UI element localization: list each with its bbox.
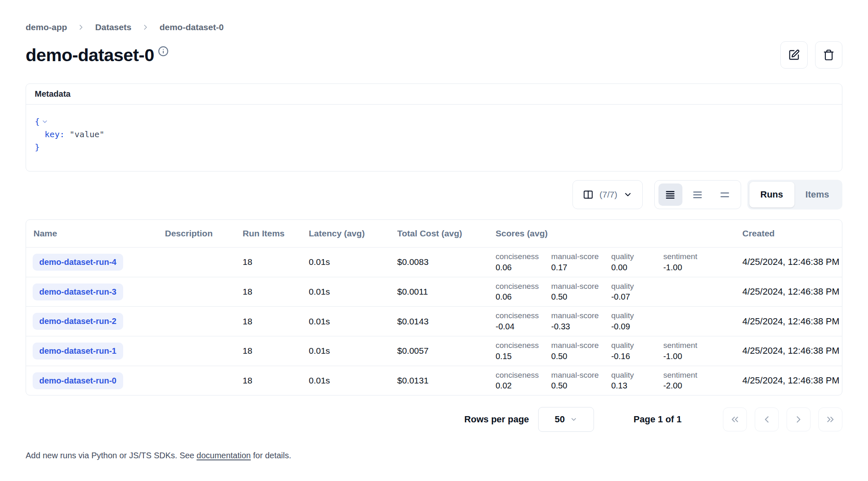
runs-table: Name Description Run Items Latency (avg)…: [26, 220, 842, 395]
score-label: conciseness: [496, 281, 539, 292]
description-cell: [159, 248, 237, 277]
json-close-brace: }: [35, 141, 40, 154]
breadcrumb-item-datasets[interactable]: Datasets: [95, 22, 131, 32]
total-cost-cell: $0.0083: [391, 248, 490, 277]
pagination-bar: Rows per page 50 Page 1 of 1: [26, 407, 842, 432]
row-height-tall-button[interactable]: [713, 183, 737, 206]
table-row: demo-dataset-run-4 18 0.01s $0.0083 conc…: [26, 248, 842, 277]
score-item: conciseness0.15: [496, 341, 539, 362]
first-page-button[interactable]: [723, 407, 747, 431]
column-header-latency: Latency (avg): [303, 220, 391, 248]
json-value: "value": [69, 128, 104, 141]
edit-icon: [788, 49, 800, 61]
run-name-link[interactable]: demo-dataset-run-3: [33, 283, 123, 300]
score-item: manual-score0.50: [551, 281, 599, 302]
rows-per-page-select[interactable]: 50: [538, 407, 594, 432]
score-label: sentiment: [663, 370, 703, 381]
total-cost-cell: $0.0011: [391, 277, 490, 307]
score-label: manual-score: [551, 370, 599, 381]
row-height-medium-icon: [692, 189, 703, 200]
score-item: sentiment-1.00: [663, 341, 703, 362]
tab-runs[interactable]: Runs: [749, 182, 794, 207]
score-value: 0.06: [496, 262, 539, 273]
collapse-chevron-icon[interactable]: [41, 118, 48, 125]
score-value: -1.00: [663, 262, 703, 273]
score-item: manual-score0.17: [551, 252, 599, 273]
created-cell: 4/25/2024, 12:46:38 PM: [737, 336, 842, 366]
score-value: -0.33: [551, 321, 599, 332]
description-cell: [159, 336, 237, 366]
last-page-button[interactable]: [818, 407, 842, 431]
breadcrumb: demo-app Datasets demo-dataset-0: [26, 22, 842, 32]
score-item: manual-score0.50: [551, 370, 599, 391]
run-items-cell: 18: [237, 307, 303, 336]
run-items-cell: 18: [237, 277, 303, 307]
chevron-right-icon: [141, 23, 150, 31]
score-label: manual-score: [551, 281, 599, 292]
page-title-text: demo-dataset-0: [26, 45, 154, 65]
row-height-compact-button[interactable]: [658, 183, 682, 206]
run-name-link[interactable]: demo-dataset-run-1: [33, 343, 123, 360]
chevron-left-icon: [761, 414, 772, 425]
run-name-link[interactable]: demo-dataset-run-0: [33, 372, 123, 389]
info-icon[interactable]: [158, 46, 169, 57]
column-header-name: Name: [26, 220, 159, 248]
run-items-cell: 18: [237, 336, 303, 366]
description-cell: [159, 277, 237, 307]
score-value: -0.16: [611, 351, 651, 362]
delete-dataset-button[interactable]: [815, 41, 842, 69]
score-label: quality: [611, 370, 651, 381]
score-value: 0.50: [551, 351, 599, 362]
latency-cell: 0.01s: [303, 307, 391, 336]
page-title: demo-dataset-0: [26, 45, 169, 65]
tab-items[interactable]: Items: [794, 182, 840, 207]
scores-cell: conciseness0.02manual-score0.50quality0.…: [496, 370, 731, 391]
created-cell: 4/25/2024, 12:46:38 PM: [737, 248, 842, 277]
breadcrumb-item-current-dataset[interactable]: demo-dataset-0: [160, 22, 224, 32]
score-label: sentiment: [663, 341, 703, 351]
title-actions: [780, 41, 842, 69]
breadcrumb-item-project[interactable]: demo-app: [26, 22, 67, 32]
next-page-button[interactable]: [787, 407, 811, 431]
row-height-medium-button[interactable]: [686, 183, 710, 206]
column-visibility-button[interactable]: (7/7): [572, 180, 642, 209]
total-cost-cell: $0.0057: [391, 336, 490, 366]
table-row: demo-dataset-run-1 18 0.01s $0.0057 conc…: [26, 336, 842, 366]
total-cost-cell: $0.0143: [391, 307, 490, 336]
created-cell: 4/25/2024, 12:46:38 PM: [737, 366, 842, 395]
json-key: key:: [45, 128, 64, 141]
chevrons-left-icon: [730, 414, 740, 425]
metadata-card-title: Metadata: [26, 84, 842, 105]
latency-cell: 0.01s: [303, 366, 391, 395]
latency-cell: 0.01s: [303, 248, 391, 277]
column-header-description: Description: [159, 220, 237, 248]
score-value: -0.07: [611, 291, 651, 302]
column-count-label: (7/7): [599, 190, 617, 200]
chevron-right-icon: [77, 23, 85, 31]
created-cell: 4/25/2024, 12:46:38 PM: [737, 307, 842, 336]
runs-items-tabs: Runs Items: [747, 180, 842, 210]
rows-per-page-value: 50: [555, 414, 565, 425]
previous-page-button[interactable]: [755, 407, 779, 431]
chevron-right-icon: [793, 414, 804, 425]
table-toolbar: (7/7) Runs Ite: [26, 180, 842, 210]
scores-cell: conciseness0.15manual-score0.50quality-0…: [496, 341, 731, 362]
description-cell: [159, 307, 237, 336]
rows-per-page-label: Rows per page: [464, 414, 529, 425]
score-item: conciseness0.02: [496, 370, 539, 391]
edit-dataset-button[interactable]: [780, 41, 808, 69]
created-cell: 4/25/2024, 12:46:38 PM: [737, 277, 842, 307]
run-items-cell: 18: [237, 248, 303, 277]
documentation-link[interactable]: documentation: [197, 451, 251, 460]
score-value: 0.15: [496, 351, 539, 362]
score-item: quality0.00: [611, 252, 651, 273]
column-header-total-cost: Total Cost (avg): [391, 220, 490, 248]
run-name-link[interactable]: demo-dataset-run-4: [33, 254, 123, 271]
score-item: quality-0.09: [611, 311, 651, 332]
total-cost-cell: $0.0131: [391, 366, 490, 395]
score-item: conciseness0.06: [496, 252, 539, 273]
table-row: demo-dataset-run-0 18 0.01s $0.0131 conc…: [26, 366, 842, 395]
table-row: demo-dataset-run-3 18 0.01s $0.0011 conc…: [26, 277, 842, 307]
run-name-link[interactable]: demo-dataset-run-2: [33, 313, 123, 330]
scores-cell: conciseness0.06manual-score0.17quality0.…: [496, 252, 731, 273]
